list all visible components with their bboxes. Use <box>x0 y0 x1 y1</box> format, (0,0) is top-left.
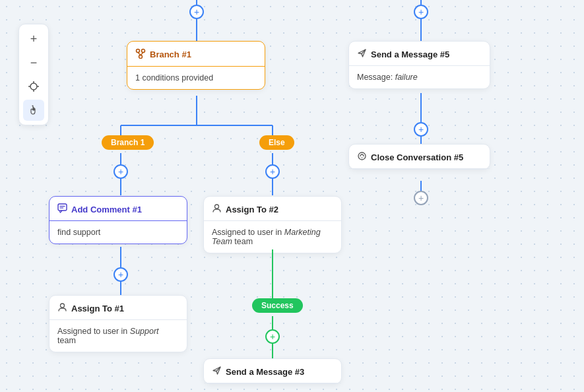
success-label: Success <box>252 298 303 313</box>
send-message-3-node: Send a Message #3 <box>203 358 342 384</box>
branch-1-node: Branch #1 1 conditions provided <box>127 41 265 90</box>
assign-to-1-italic: Support <box>130 327 159 336</box>
branch-1-body: 1 conditions provided <box>127 67 265 89</box>
assign-to-1-prefix: Assigned to user in <box>57 327 130 336</box>
assign-to-2-suffix: team <box>232 237 253 246</box>
send-message-5-node: Send a Message #5 Message: failure <box>348 41 490 89</box>
svg-point-25 <box>142 49 145 53</box>
add-comment-1-header: Add Comment #1 <box>49 197 187 221</box>
send-message-5-body: Message: failure <box>349 66 490 88</box>
assign-to-1-title: Assign To #1 <box>71 304 124 313</box>
assign-to-1-suffix: team <box>57 336 76 345</box>
add-button-between-send-close[interactable]: + <box>414 122 428 137</box>
svg-point-35 <box>358 152 366 160</box>
add-button-after-comment[interactable]: + <box>114 267 128 282</box>
assign-to-2-body: Assigned to user in Marketing Team team <box>204 221 341 253</box>
close-icon <box>357 151 367 163</box>
svg-point-32 <box>61 304 65 308</box>
comment-icon <box>57 203 67 215</box>
send-message-5-prefix: Message: <box>357 73 395 82</box>
assign-to-2-header: Assign To #2 <box>204 197 341 221</box>
assign-to-1-header: Assign To #1 <box>49 296 187 320</box>
else-label: Else <box>259 135 294 150</box>
branch-1-title: Branch #1 <box>150 49 191 59</box>
branch-icon <box>135 48 146 61</box>
assign-to-2-prefix: Assigned to user in <box>212 228 284 237</box>
toolbar: + − <box>18 24 49 125</box>
close-conversation-5-title: Close Conversation #5 <box>371 152 463 162</box>
svg-point-36 <box>362 157 363 158</box>
add-button-success[interactable]: + <box>265 329 280 344</box>
send-message-5-header: Send a Message #5 <box>349 42 490 66</box>
assign-to-2-title: Assign To #2 <box>226 205 278 214</box>
send-message-3-title: Send a Message #3 <box>226 367 304 377</box>
assign-to-2-node: Assign To #2 Assigned to user in Marketi… <box>203 196 342 253</box>
svg-point-26 <box>139 55 143 59</box>
add-comment-1-title: Add Comment #1 <box>71 205 142 214</box>
close-conversation-5-header: Close Conversation #5 <box>349 145 490 169</box>
assign-icon-2 <box>212 203 222 215</box>
svg-rect-29 <box>58 204 67 211</box>
svg-line-28 <box>141 53 143 55</box>
assign-to-1-body: Assigned to user in Support team <box>49 320 187 352</box>
zoom-in-button[interactable]: + <box>23 28 44 49</box>
add-button-top-center[interactable]: + <box>189 5 204 19</box>
branch1-label: Branch 1 <box>102 135 154 150</box>
branch-1-header: Branch #1 <box>127 42 265 67</box>
hand-button[interactable] <box>23 100 44 121</box>
assign-icon-1 <box>57 302 67 314</box>
send-message-3-header: Send a Message #3 <box>204 359 341 383</box>
svg-point-33 <box>215 205 219 209</box>
add-button-else[interactable]: + <box>265 164 280 179</box>
svg-line-27 <box>138 53 141 55</box>
add-comment-1-body: find support <box>49 221 187 244</box>
add-comment-1-node: Add Comment #1 find support <box>49 196 187 244</box>
assign-to-1-node: Assign To #1 Assigned to user in Support… <box>49 295 187 352</box>
close-conversation-5-node: Close Conversation #5 <box>348 144 490 170</box>
send-message-5-italic: failure <box>395 73 418 82</box>
crosshair-button[interactable] <box>23 76 44 97</box>
add-button-branch1[interactable]: + <box>114 164 128 179</box>
zoom-out-button[interactable]: − <box>23 52 44 73</box>
send-message-5-title: Send a Message #5 <box>371 49 449 59</box>
send-icon-3 <box>212 366 222 377</box>
svg-point-24 <box>137 49 140 53</box>
add-button-after-close[interactable]: + <box>414 191 428 205</box>
svg-point-19 <box>30 83 37 90</box>
send-icon-5 <box>357 48 367 60</box>
add-button-top-right[interactable]: + <box>414 5 428 19</box>
